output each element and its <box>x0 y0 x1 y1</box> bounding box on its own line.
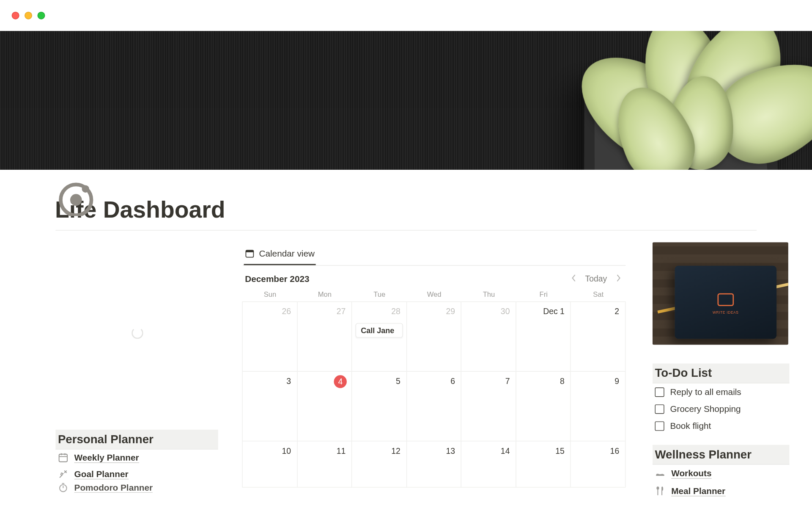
calendar-cell[interactable]: 8 <box>516 371 571 442</box>
date-number: 6 <box>450 376 455 386</box>
checkbox[interactable] <box>655 387 664 397</box>
svg-rect-11 <box>246 250 253 252</box>
date-number: 9 <box>614 376 619 386</box>
timer-icon <box>58 482 69 493</box>
calendar-icon <box>58 453 69 463</box>
close-window-button[interactable] <box>12 12 19 19</box>
personal-planner-heading[interactable]: Personal Planner <box>55 430 218 450</box>
date-number: 11 <box>337 446 346 456</box>
target-icon <box>58 469 69 479</box>
link-label: Pomodoro Planner <box>74 482 153 493</box>
svg-point-2 <box>82 185 89 193</box>
sidebar-image[interactable] <box>653 242 788 345</box>
calendar-event[interactable]: Call Jane <box>356 323 403 338</box>
calendar-cell[interactable]: 28Call Jane <box>351 301 407 372</box>
weekday-label: Thu <box>461 290 516 298</box>
date-number: 8 <box>560 376 565 386</box>
calendar-cell[interactable]: 10 <box>242 441 297 488</box>
weekday-label: Sun <box>243 290 297 298</box>
page-title[interactable]: Life Dashboard <box>55 197 812 223</box>
date-number: Dec 1 <box>543 306 565 316</box>
weekday-label: Sat <box>571 290 625 298</box>
weekday-label: Mon <box>297 290 352 298</box>
todo-label: Grocery Shopping <box>670 404 741 414</box>
date-number: 28 <box>391 306 401 316</box>
zoom-window-button[interactable] <box>37 12 45 19</box>
page-icon[interactable] <box>58 181 93 216</box>
calendar-cell[interactable]: 5 <box>351 371 407 442</box>
calendar-icon <box>245 248 254 258</box>
link-label: Goal Planner <box>74 469 129 479</box>
calendar-today-button[interactable]: Today <box>585 274 607 283</box>
personal-planner-link[interactable]: Pomodoro Planner <box>55 482 218 493</box>
date-number: 2 <box>614 306 619 316</box>
tab-calendar-view-label: Calendar view <box>259 248 314 258</box>
calendar-month-label[interactable]: December 2023 <box>245 273 309 284</box>
tab-calendar-view[interactable]: Calendar view <box>244 243 316 265</box>
personal-planner-link[interactable]: Goal Planner <box>55 466 218 483</box>
date-number: 13 <box>446 446 455 456</box>
calendar-cell[interactable]: 3 <box>242 371 297 442</box>
calendar-cell[interactable]: 6 <box>406 371 461 442</box>
svg-point-1 <box>70 194 82 206</box>
weekday-label: Tue <box>352 290 407 298</box>
todo-item[interactable]: Book flight <box>653 417 790 434</box>
date-number: 7 <box>505 376 510 386</box>
todo-label: Reply to all emails <box>670 387 741 397</box>
calendar-cell[interactable]: 11 <box>297 441 352 488</box>
weekday-label: Wed <box>407 290 461 298</box>
date-number: 30 <box>501 306 510 316</box>
image-notebook <box>675 266 777 339</box>
calendar-grid: 262728Call Jane2930Dec 12345678910111213… <box>243 302 626 487</box>
calendar-cell[interactable]: 27 <box>297 301 352 372</box>
checkbox[interactable] <box>655 421 664 431</box>
cover-succulent <box>543 31 812 170</box>
svg-rect-3 <box>59 454 67 462</box>
weekday-label: Fri <box>516 290 571 298</box>
checkbox[interactable] <box>655 404 664 414</box>
todo-item[interactable]: Grocery Shopping <box>653 400 790 417</box>
cover-image[interactable] <box>0 31 812 170</box>
calendar-cell[interactable]: 13 <box>406 441 461 488</box>
view-tabs: Calendar view <box>243 243 626 266</box>
date-number: 4 <box>334 375 347 388</box>
todo-item[interactable]: Reply to all emails <box>653 384 790 400</box>
personal-planner-link[interactable]: Weekly Planner <box>55 450 218 466</box>
date-number: 5 <box>396 376 401 386</box>
calendar-cell[interactable]: 2 <box>571 301 626 372</box>
calendar-next-button[interactable] <box>614 273 623 284</box>
todo-label: Book flight <box>670 421 711 431</box>
date-number: 16 <box>610 446 620 456</box>
image-notebook-logo <box>717 293 734 306</box>
calendar-cell[interactable]: 26 <box>242 301 297 372</box>
date-number: 26 <box>282 306 291 316</box>
calendar-cell[interactable]: 7 <box>461 371 516 442</box>
calendar-cell[interactable]: 30 <box>461 301 516 372</box>
wellness-heading[interactable]: Wellness Planner <box>653 445 790 465</box>
date-number: 3 <box>286 376 291 386</box>
chevron-left-icon <box>571 274 576 282</box>
calendar-cell[interactable]: 14 <box>461 441 516 488</box>
loading-spinner-icon <box>132 327 143 339</box>
date-number: 27 <box>337 306 346 316</box>
todo-heading[interactable]: To-Do List <box>653 364 790 384</box>
calendar-cell[interactable]: 4 <box>297 371 352 442</box>
calendar-cell[interactable]: 9 <box>571 371 626 442</box>
shoe-icon <box>655 468 666 479</box>
calendar-cell[interactable]: 12 <box>351 441 407 488</box>
calendar-prev-button[interactable] <box>569 273 578 284</box>
title-divider <box>55 230 757 230</box>
calendar-cell[interactable]: 29 <box>406 301 461 372</box>
minimize-window-button[interactable] <box>25 12 32 19</box>
link-label: Meal Planner <box>671 486 725 497</box>
calendar-cell[interactable]: Dec 1 <box>516 301 571 372</box>
wellness-link[interactable]: Workouts <box>653 465 790 482</box>
date-number: 12 <box>391 446 401 456</box>
calendar-cell[interactable]: 16 <box>571 441 626 488</box>
chevron-right-icon <box>616 274 621 282</box>
calendar-cell[interactable]: 15 <box>516 441 571 488</box>
link-label: Workouts <box>671 468 711 479</box>
date-number: 14 <box>501 446 510 456</box>
wellness-link[interactable]: Meal Planner <box>653 482 790 500</box>
calendar-weekday-row: SunMonTueWedThuFriSat <box>243 290 626 302</box>
